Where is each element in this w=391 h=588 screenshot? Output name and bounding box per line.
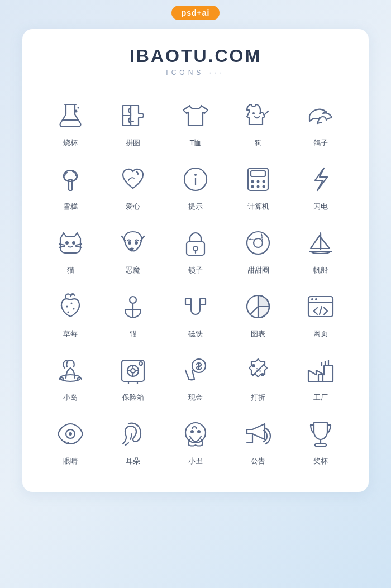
cat-icon <box>53 225 88 261</box>
beaker-label: 烧杯 <box>63 138 78 148</box>
lightning-icon <box>303 161 338 197</box>
lock-label: 锁子 <box>188 265 203 275</box>
icon-item-puzzle: 拼图 <box>102 90 164 154</box>
info-icon <box>178 161 213 197</box>
svg-point-75 <box>190 430 194 433</box>
icon-item-sailboat: 帆船 <box>289 217 352 281</box>
eye-label: 眼睛 <box>63 456 78 466</box>
icon-item-anchor: 锚 <box>102 281 164 345</box>
piechart-label: 图表 <box>251 329 265 339</box>
island-icon <box>53 352 88 388</box>
svg-point-2 <box>78 107 79 109</box>
svg-point-1 <box>75 110 78 113</box>
svg-line-52 <box>320 307 322 314</box>
svg-point-34 <box>71 303 73 304</box>
puzzle-label: 拼图 <box>126 138 140 148</box>
icon-item-cat: 猫 <box>39 217 102 281</box>
magnet-icon <box>178 289 213 324</box>
icon-item-piechart: 图表 <box>227 281 289 345</box>
svg-point-56 <box>131 369 135 373</box>
icon-item-heart: 爱心 <box>102 154 164 217</box>
icecream-icon <box>53 161 88 197</box>
dog-label: 狗 <box>255 138 262 148</box>
svg-point-33 <box>66 306 68 308</box>
icon-item-megaphone: 公告 <box>227 408 289 472</box>
tshirt-label: T恤 <box>190 138 202 148</box>
icon-item-calculator: 计算机 <box>227 154 289 217</box>
svg-point-76 <box>197 430 201 433</box>
svg-point-64 <box>252 364 255 367</box>
svg-rect-12 <box>251 171 265 176</box>
svg-point-74 <box>185 423 206 443</box>
icon-item-beaker: 烧杯 <box>39 90 102 154</box>
discount-icon: % <box>240 352 276 388</box>
svg-point-36 <box>68 312 69 313</box>
info-label: 提示 <box>188 202 203 212</box>
webpage-label: 网页 <box>313 329 328 339</box>
svg-point-28 <box>193 246 198 251</box>
safe-icon <box>115 352 151 388</box>
svg-point-25 <box>128 241 131 245</box>
dove-icon <box>303 98 338 133</box>
top-badge: psd+ai <box>171 6 220 20</box>
clown-label: 小丑 <box>188 456 203 466</box>
magnet-label: 磁铁 <box>188 329 203 339</box>
safe-label: 保险箱 <box>122 393 144 403</box>
svg-point-73 <box>69 432 72 436</box>
icon-item-strawberry: 草莓 <box>39 281 102 345</box>
svg-point-10 <box>194 174 197 176</box>
clown-icon <box>178 416 213 452</box>
icon-item-factory: 工厂 <box>289 345 352 408</box>
icon-item-safe: 保险箱 <box>102 345 164 408</box>
strawberry-icon <box>53 289 88 324</box>
svg-point-13 <box>251 180 254 183</box>
icon-item-dove: 鸽子 <box>289 90 352 154</box>
lock-icon <box>178 225 213 261</box>
icons-grid: 烧杯 拼图 T恤 狗 鸽子 雪糕 爱心 提示 计 <box>39 90 352 472</box>
icon-item-island: 小岛 <box>39 345 102 408</box>
svg-point-37 <box>130 297 136 303</box>
icon-item-dog: 狗 <box>227 90 289 154</box>
piechart-icon <box>240 289 276 324</box>
cash-label: 现金 <box>188 393 203 403</box>
webpage-icon <box>303 289 338 324</box>
ear-label: 耳朵 <box>126 456 140 466</box>
main-card: IBAOTU.COM ICONS ··· 烧杯 拼图 T恤 狗 鸽子 雪糕 爱心 <box>22 29 369 492</box>
icon-item-magnet: 磁铁 <box>164 281 227 345</box>
svg-point-16 <box>251 185 254 188</box>
svg-point-50 <box>311 298 313 300</box>
svg-point-5 <box>325 111 327 113</box>
svg-point-30 <box>247 232 269 254</box>
icon-item-webpage: 网页 <box>289 281 352 345</box>
svg-point-19 <box>65 241 69 245</box>
icon-item-demon: 恶魔 <box>102 217 164 281</box>
svg-point-65 <box>261 373 264 376</box>
card-title: IBAOTU.COM <box>39 46 352 66</box>
svg-text:%: % <box>256 367 261 374</box>
svg-point-35 <box>73 308 75 310</box>
icon-item-donut: 甜甜圈 <box>227 217 289 281</box>
sailboat-icon <box>303 225 338 261</box>
megaphone-label: 公告 <box>251 456 265 466</box>
eye-icon <box>53 416 88 452</box>
svg-line-47 <box>250 307 258 314</box>
svg-rect-80 <box>315 444 326 446</box>
heart-label: 爱心 <box>126 202 140 212</box>
icon-item-ear: 耳朵 <box>102 408 164 472</box>
heart-icon <box>115 161 151 197</box>
cash-icon <box>178 352 213 388</box>
svg-point-14 <box>257 180 260 183</box>
megaphone-icon <box>240 416 276 452</box>
beaker-icon <box>53 98 88 133</box>
anchor-label: 锚 <box>130 329 137 339</box>
svg-point-51 <box>315 298 317 300</box>
icecream-label: 雪糕 <box>63 202 78 212</box>
icon-item-lightning: 闪电 <box>289 154 352 217</box>
icon-item-trophy: 奖杯 <box>289 408 352 472</box>
trophy-label: 奖杯 <box>313 456 328 466</box>
tshirt-icon <box>178 98 213 133</box>
cat-label: 猫 <box>67 265 74 275</box>
trophy-icon <box>303 416 338 452</box>
dog-icon <box>240 98 276 133</box>
calculator-label: 计算机 <box>247 202 269 212</box>
